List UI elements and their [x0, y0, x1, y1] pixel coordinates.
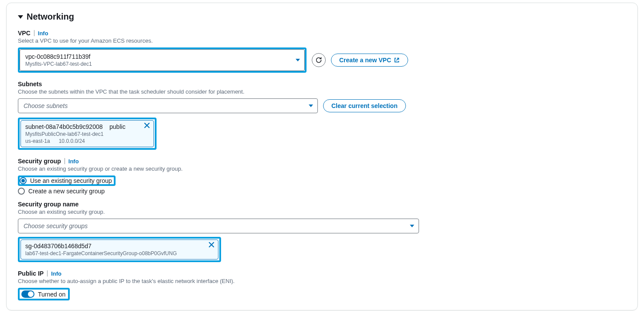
public-ip-field: Public IP Info Choose whether to auto-as…	[18, 270, 626, 300]
collapse-caret-icon	[18, 15, 23, 19]
vpc-desc: Select a VPC to use for your Amazon ECS …	[18, 37, 626, 44]
sg-chip-sub: lab67-test-dec1-FargateContainerSecurity…	[25, 250, 205, 256]
refresh-icon	[315, 57, 322, 64]
vpc-field: VPC Info Select a VPC to use for your Am…	[18, 30, 626, 73]
public-ip-toggle[interactable]	[21, 290, 34, 298]
vpc-selected-id: vpc-0c088c911f711b39f	[25, 53, 291, 60]
radio-use-existing-sg[interactable]	[20, 177, 27, 184]
security-group-name-field: Security group name Choose an existing s…	[18, 201, 626, 262]
sg-existing-label: Use an existing security group	[30, 177, 112, 184]
remove-sg-button[interactable]	[208, 242, 215, 249]
highlight-subnet-chip: subnet-08a74b0c5b9c92008 public MysfitsP…	[18, 118, 157, 150]
create-new-vpc-label: Create a new VPC	[339, 57, 391, 64]
remove-subnet-button[interactable]	[144, 122, 150, 130]
sg-chip: sg-0d483706b1468d5d7 lab67-test-dec1-Far…	[20, 239, 218, 260]
highlight-sg-chip: sg-0d483706b1468d5d7 lab67-test-dec1-Far…	[18, 237, 221, 262]
sg-chip-main: sg-0d483706b1468d5d7	[25, 243, 205, 249]
divider	[34, 30, 34, 36]
sg-desc: Choose an existing security group or cre…	[18, 165, 626, 172]
subnets-select[interactable]: Choose subnets	[18, 98, 318, 113]
subnet-chip-line1: MysfitsPublicOne-lab67-test-dec1	[25, 131, 140, 137]
subnet-chip-line2: us-east-1a 10.0.0.0/24	[25, 138, 140, 144]
refresh-button[interactable]	[312, 53, 326, 67]
create-new-vpc-button[interactable]: Create a new VPC	[331, 54, 408, 67]
chevron-down-icon	[296, 59, 300, 61]
publicip-desc: Choose whether to auto-assign a public I…	[18, 278, 626, 284]
close-icon	[144, 122, 150, 128]
public-ip-state: Turned on	[38, 291, 65, 298]
subnets-placeholder: Choose subnets	[24, 102, 68, 109]
chevron-down-icon	[410, 225, 414, 227]
clear-subnets-button[interactable]: Clear current selection	[323, 99, 406, 112]
highlight-publicip-toggle: Turned on	[18, 288, 70, 300]
vpc-select[interactable]: vpc-0c088c911f711b39f Mysfits-VPC-lab67-…	[20, 49, 305, 71]
subnets-label: Subnets	[18, 81, 42, 88]
networking-panel: Networking VPC Info Select a VPC to use …	[6, 3, 638, 310]
external-link-icon	[394, 57, 400, 63]
subnets-field: Subnets Choose the subnets within the VP…	[18, 81, 626, 150]
vpc-label: VPC	[18, 30, 31, 37]
sgname-desc: Choose an existing security group.	[18, 209, 626, 215]
publicip-info-link[interactable]: Info	[51, 270, 61, 277]
sg-info-link[interactable]: Info	[68, 158, 79, 165]
divider	[65, 158, 65, 164]
security-group-select[interactable]: Choose security groups	[18, 219, 419, 233]
publicip-label: Public IP	[18, 270, 44, 277]
sg-label: Security group	[18, 158, 61, 165]
highlight-sg-existing: Use an existing security group	[18, 175, 116, 186]
subnet-chip: subnet-08a74b0c5b9c92008 public MysfitsP…	[20, 120, 154, 147]
clear-subnets-label: Clear current selection	[331, 102, 398, 109]
highlight-vpc-select: vpc-0c088c911f711b39f Mysfits-VPC-lab67-…	[18, 47, 307, 73]
sg-create-label: Create a new security group	[28, 188, 105, 195]
divider	[47, 270, 48, 276]
sgname-label: Security group name	[18, 201, 78, 208]
vpc-info-link[interactable]: Info	[38, 30, 48, 37]
subnets-desc: Choose the subnets within the VPC that t…	[18, 88, 626, 95]
section-header[interactable]: Networking	[18, 12, 626, 22]
chevron-down-icon	[309, 105, 313, 107]
subnet-chip-main: subnet-08a74b0c5b9c92008 public	[25, 123, 140, 130]
radio-create-new-sg[interactable]	[18, 188, 25, 195]
section-title: Networking	[27, 12, 74, 22]
vpc-selected-name: Mysfits-VPC-lab67-test-dec1	[25, 61, 291, 67]
sg-placeholder: Choose security groups	[24, 222, 88, 229]
security-group-field: Security group Info Choose an existing s…	[18, 158, 626, 195]
close-icon	[208, 242, 215, 248]
